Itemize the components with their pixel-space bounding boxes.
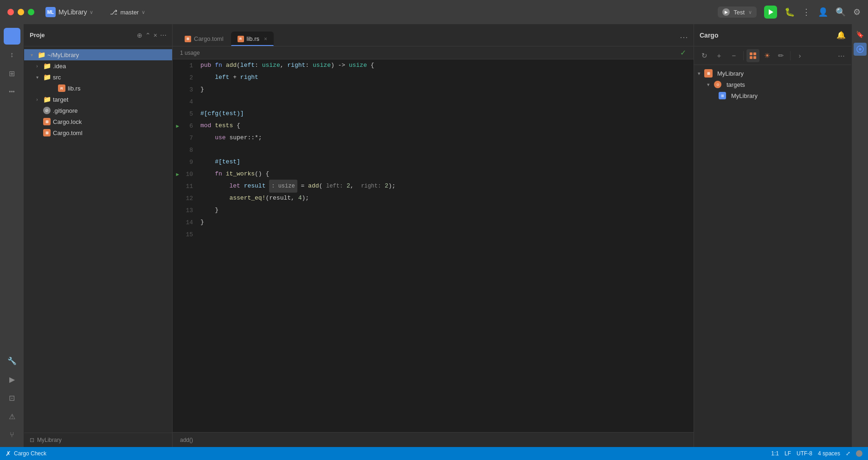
cargo-root-label: MyLibrary — [717, 70, 744, 77]
project-files-button[interactable] — [4, 28, 20, 45]
cargo-tree-root[interactable]: ▾ ⊞ MyLibrary — [694, 68, 851, 79]
locate-file-icon[interactable]: ⊕ — [137, 32, 142, 39]
tabs-more-icon[interactable]: ⋯ — [680, 32, 688, 46]
terminal-button[interactable]: ⊡ — [4, 389, 20, 406]
notification-bell-icon[interactable]: 🔔 — [836, 31, 846, 39]
lib-rs-tab-close-icon[interactable]: × — [264, 36, 267, 42]
indent-item[interactable]: 4 spaces — [818, 450, 840, 457]
code-line-3: } — [200, 84, 694, 96]
sidebar-item-target[interactable]: › 📁 target — [24, 94, 172, 105]
titlebar-right: ▶ Test ∨ 🐛 ⋮ 👤 🔍 ⚙ — [718, 6, 861, 19]
ln-7: 7 — [182, 135, 193, 142]
code-line-10: fn it_works() { — [200, 168, 694, 180]
code-line-5: #[cfg(test)] — [200, 108, 694, 120]
code-line-12: assert_eq!(result, 4); — [200, 192, 694, 204]
maximize-button[interactable] — [28, 9, 34, 15]
line-number-2: 2 — [173, 71, 197, 84]
sidebar-more-icon[interactable]: ⋯ — [160, 32, 167, 39]
cargo-more-button[interactable]: ⋯ — [835, 49, 848, 62]
tab-lib-rs[interactable]: R lib.rs × — [231, 32, 274, 46]
tab-cargo-toml[interactable]: ⊞ Cargo.toml — [178, 32, 230, 46]
sidebar-item-librs[interactable]: R lib.rs — [24, 83, 172, 94]
tree-root-item[interactable]: ▾ 📁 ~/MyLibrary — [24, 49, 172, 60]
right-panel-icons: 🔖 — [851, 24, 868, 447]
line-ending-item[interactable]: LF — [784, 450, 791, 457]
cargo-toml-spacer — [33, 129, 41, 136]
cargo-theme-button[interactable]: ☀ — [760, 49, 773, 62]
sidebar-item-idea[interactable]: › 📁 .idea — [24, 60, 172, 71]
status-right: 1:1 LF UTF-8 4 spaces ⤢ — [771, 450, 862, 457]
code-lines[interactable]: pub fn add(left: usize, right: usize) ->… — [197, 59, 694, 432]
minimize-button[interactable] — [18, 9, 24, 15]
run-button[interactable] — [764, 6, 777, 19]
encoding-item[interactable]: UTF-8 — [797, 450, 812, 457]
cargo-panel-toggle-icon[interactable] — [854, 43, 867, 56]
code-editor[interactable]: 1 2 3 4 — [173, 59, 694, 432]
build-button[interactable]: 🔧 — [4, 352, 20, 369]
ln-15: 15 — [182, 231, 193, 238]
cargo-remove-button[interactable]: − — [727, 49, 740, 62]
sidebar-item-cargo-lock[interactable]: ⊞ Cargo.lock — [24, 116, 172, 127]
cargo-tree-targets[interactable]: ▾ ⊙ targets — [694, 79, 851, 90]
run-config-selector[interactable]: ▶ Test ∨ — [718, 6, 757, 18]
cargo-tree-target-item[interactable]: ⊞ MyLibrary — [694, 90, 851, 101]
run-arrow-icon — [769, 9, 773, 15]
search-icon[interactable]: 🔍 — [836, 7, 846, 17]
cargo-lock-spacer — [33, 118, 41, 125]
code-line-2: left + right — [200, 71, 694, 84]
add-profile-icon[interactable]: 👤 — [818, 7, 828, 17]
debug-icon[interactable]: 🐛 — [784, 7, 795, 17]
cargo-add-button[interactable]: + — [713, 49, 726, 62]
folder-open-icon — [7, 32, 17, 41]
problems-button[interactable]: ⚠ — [4, 408, 20, 425]
plugins-icon: ⊞ — [9, 69, 15, 78]
collapse-all-icon[interactable]: ⌃ — [145, 32, 151, 39]
sidebar-item-src[interactable]: ▾ 📁 src — [24, 71, 172, 83]
cargo-refresh-button[interactable]: ↻ — [698, 49, 711, 62]
line-number-8: 8 — [173, 144, 197, 156]
cursor-position-label: 1:1 — [771, 450, 779, 457]
plugins-button[interactable]: ⊞ — [4, 65, 20, 82]
expand-status-icon[interactable]: ⤢ — [846, 450, 850, 457]
ln-4: 4 — [182, 98, 193, 105]
build-icon: 🔧 — [7, 356, 17, 365]
branch-display[interactable]: ⎇ master ∨ — [110, 8, 145, 16]
vcs-button[interactable]: ↕ — [4, 46, 20, 63]
cargo-expand-button[interactable]: › — [793, 49, 806, 62]
cargo-target-item-label: MyLibrary — [731, 92, 758, 99]
activity-bar: ↕ ⊞ ••• 🔧 ▶ ⊡ ⚠ ⑂ — [0, 24, 24, 447]
ln-11: 11 — [182, 183, 193, 190]
more-options-icon[interactable]: ⋮ — [802, 7, 810, 17]
cargo-check-no-network-icon: ✗ — [6, 450, 11, 457]
line-number-14: 14 — [173, 216, 197, 228]
sidebar-item-gitignore[interactable]: ⊘ .gitignore — [24, 105, 172, 116]
editor-breadcrumb: add() — [173, 432, 694, 447]
close-button[interactable] — [7, 9, 14, 15]
close-sidebar-icon[interactable]: × — [154, 32, 157, 39]
run-tool-button[interactable]: ▶ — [4, 371, 20, 388]
settings-icon[interactable]: ⚙ — [853, 7, 861, 17]
project-icon: ML — [45, 7, 56, 17]
cargo-edit-button[interactable]: ✏ — [774, 49, 787, 62]
cargo-toml-tab-label: Cargo.toml — [194, 35, 224, 42]
git-button[interactable]: ⑂ — [4, 427, 20, 443]
sidebar-title-label: Proje — [30, 32, 133, 39]
project-name-display[interactable]: ML MyLibrary ∨ — [45, 7, 93, 17]
more-tools-button[interactable]: ••• — [4, 84, 20, 100]
code-line-13: } — [200, 204, 694, 216]
ln-8: 8 — [182, 147, 193, 154]
cargo-grid-view-button[interactable] — [746, 49, 759, 62]
run-gutter-6[interactable]: ▶ — [173, 123, 179, 129]
code-line-4 — [200, 96, 694, 108]
ln-5: 5 — [182, 110, 193, 117]
branch-name-label: master — [120, 9, 139, 16]
bookmarks-panel-icon[interactable]: 🔖 — [854, 28, 867, 41]
run-gutter-10[interactable]: ▶ — [173, 171, 179, 177]
toolbar-separator-2 — [790, 51, 791, 60]
sidebar-item-cargo-toml[interactable]: ⊞ Cargo.toml — [24, 127, 172, 138]
cargo-check-status[interactable]: ✗ Cargo Check — [6, 450, 46, 457]
cursor-position-item[interactable]: 1:1 — [771, 450, 779, 457]
terminal-icon: ⊡ — [9, 394, 15, 402]
status-circle-icon[interactable] — [856, 450, 862, 457]
idea-folder-icon: 📁 — [43, 62, 51, 70]
